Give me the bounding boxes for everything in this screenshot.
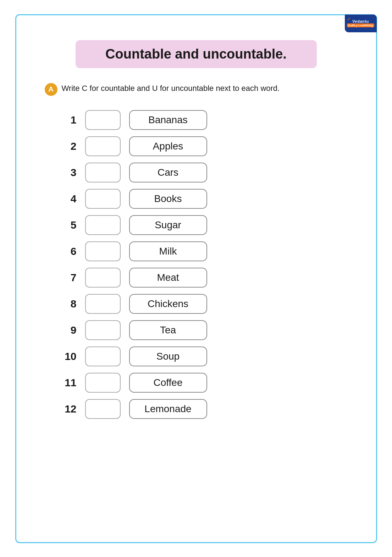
answer-box-6[interactable]	[85, 241, 121, 261]
word-box-9: Tea	[129, 320, 207, 340]
word-text-7: Meat	[157, 272, 179, 283]
items-list: 1Bananas2Apples3Cars4Books5Sugar6Milk7Me…	[38, 110, 355, 419]
word-box-8: Chickens	[129, 294, 207, 314]
word-box-3: Cars	[129, 163, 207, 182]
word-box-4: Books	[129, 189, 207, 209]
word-text-11: Coffee	[154, 377, 183, 388]
item-number-6: 6	[59, 245, 77, 257]
item-number-2: 2	[59, 140, 77, 152]
instruction-badge: A	[45, 83, 57, 96]
item-number-7: 7	[59, 272, 77, 284]
list-item: 9Tea	[59, 320, 355, 340]
word-text-8: Chickens	[148, 298, 188, 310]
answer-box-1[interactable]	[85, 110, 121, 130]
list-item: 10Soup	[59, 346, 355, 366]
answer-box-9[interactable]	[85, 320, 121, 340]
list-item: 8Chickens	[59, 294, 355, 314]
word-text-5: Sugar	[155, 219, 181, 231]
item-number-11: 11	[59, 377, 77, 389]
word-text-4: Books	[154, 193, 182, 204]
list-item: 3Cars	[59, 163, 355, 182]
word-text-3: Cars	[158, 167, 178, 178]
word-box-12: Lemonade	[129, 399, 207, 419]
item-number-8: 8	[59, 298, 77, 310]
word-box-5: Sugar	[129, 215, 207, 235]
item-number-10: 10	[59, 350, 77, 362]
item-number-9: 9	[59, 324, 77, 336]
answer-box-11[interactable]	[85, 373, 121, 393]
word-box-1: Bananas	[129, 110, 207, 130]
word-text-1: Bananas	[148, 114, 188, 126]
list-item: 11Coffee	[59, 373, 355, 393]
item-number-5: 5	[59, 219, 77, 231]
answer-box-12[interactable]	[85, 399, 121, 419]
answer-box-5[interactable]	[85, 215, 121, 235]
checkmark-icon: ✓	[347, 16, 351, 22]
list-item: 4Books	[59, 189, 355, 209]
list-item: 12Lemonade	[59, 399, 355, 419]
item-number-1: 1	[59, 114, 77, 126]
logo-area: ✓ Vedantu EaRLy LeaRNiNg	[345, 15, 377, 32]
item-number-12: 12	[59, 403, 77, 415]
word-box-2: Apples	[129, 136, 207, 156]
list-item: 2Apples	[59, 136, 355, 156]
logo-subtitle: EaRLy LeaRNiNg	[347, 23, 374, 27]
list-item: 6Milk	[59, 241, 355, 261]
page-title: Countable and uncountable.	[105, 47, 287, 61]
word-text-2: Apples	[153, 141, 183, 152]
answer-box-10[interactable]	[85, 346, 121, 366]
word-text-6: Milk	[159, 246, 177, 257]
item-number-4: 4	[59, 193, 77, 205]
word-box-7: Meat	[129, 268, 207, 288]
instruction-text: Write C for countable and U for uncounta…	[62, 82, 280, 94]
answer-box-8[interactable]	[85, 294, 121, 314]
answer-box-2[interactable]	[85, 136, 121, 156]
word-text-10: Soup	[156, 351, 180, 362]
page-container: ✓ Vedantu EaRLy LeaRNiNg Countable and u…	[15, 14, 377, 543]
logo-brand: Vedantu	[352, 19, 369, 23]
title-box: Countable and uncountable.	[76, 40, 317, 68]
list-item: 7Meat	[59, 268, 355, 288]
word-text-12: Lemonade	[144, 403, 191, 415]
list-item: 5Sugar	[59, 215, 355, 235]
list-item: 1Bananas	[59, 110, 355, 130]
answer-box-4[interactable]	[85, 189, 121, 209]
word-box-11: Coffee	[129, 373, 207, 393]
word-box-10: Soup	[129, 346, 207, 366]
word-text-9: Tea	[160, 324, 176, 336]
answer-box-7[interactable]	[85, 268, 121, 288]
answer-box-3[interactable]	[85, 163, 121, 182]
item-number-3: 3	[59, 166, 77, 179]
instruction-area: A Write C for countable and U for uncoun…	[38, 82, 355, 96]
word-box-6: Milk	[129, 241, 207, 261]
